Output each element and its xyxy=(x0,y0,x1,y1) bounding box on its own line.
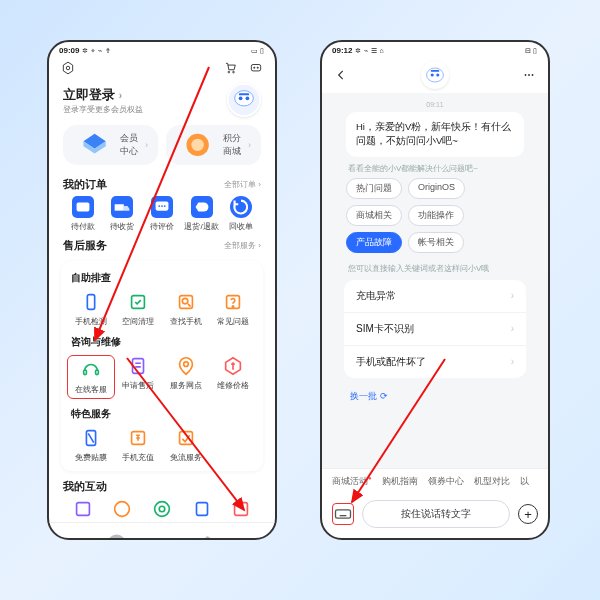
settings-icon[interactable] xyxy=(61,61,75,75)
svg-point-35 xyxy=(155,501,170,516)
svc-find-phone[interactable]: 查找手机 xyxy=(162,291,210,327)
svc-recharge[interactable]: 手机充值 xyxy=(115,427,163,463)
svg-point-49 xyxy=(528,74,530,76)
svg-point-36 xyxy=(159,506,165,512)
svc-location[interactable]: 服务网点 xyxy=(162,355,210,399)
status-bar: 09:09 ✲ ⌖ ⌁ ⇮ ▭ ▯ xyxy=(49,42,275,57)
svg-point-45 xyxy=(431,73,434,76)
refresh-link[interactable]: 换一批 ⟳ xyxy=(332,384,538,405)
btag-1[interactable]: 购机指南 xyxy=(382,475,418,488)
int-3[interactable] xyxy=(142,498,182,520)
svc-film[interactable]: 免费贴膜 xyxy=(67,427,115,463)
faq-2[interactable]: 手机或配件坏了› xyxy=(344,346,526,378)
cart-icon[interactable] xyxy=(223,61,237,75)
svg-point-9 xyxy=(239,96,243,100)
int-1[interactable] xyxy=(63,498,103,520)
svg-point-19 xyxy=(164,205,166,207)
svg-point-48 xyxy=(525,74,527,76)
chip-1[interactable]: OriginOS xyxy=(408,178,465,199)
svg-rect-38 xyxy=(235,502,248,515)
svg-point-50 xyxy=(532,74,534,76)
svg-point-18 xyxy=(161,205,163,207)
svg-rect-14 xyxy=(76,202,89,211)
points-pill[interactable]: 积分商城› xyxy=(166,125,261,165)
phone-right: 09:12 ✲ ⌁ ☰ ⌂ ⊟ ▯ 09:11 Hi，亲爱的V粉，新年快乐！有什… xyxy=(320,40,550,540)
bottom-tags: 商城活动● 购机指南 领券中心 机型对比 以 xyxy=(322,468,548,494)
order-ship[interactable]: 待收货 xyxy=(103,196,143,232)
svc-apply-after[interactable]: 申请售后 xyxy=(115,355,163,399)
chip-3[interactable]: 功能操作 xyxy=(408,205,464,226)
plus-icon[interactable]: + xyxy=(518,504,538,524)
svg-rect-4 xyxy=(251,65,260,71)
svg-point-5 xyxy=(254,67,255,68)
svg-point-25 xyxy=(233,306,234,307)
int-5[interactable] xyxy=(221,498,261,520)
orders-more[interactable]: 全部订单 › xyxy=(224,179,261,190)
svg-rect-51 xyxy=(336,510,351,518)
chip-4[interactable]: 产品故障 xyxy=(346,232,402,253)
order-recycle[interactable]: 回收单 xyxy=(221,196,261,232)
svg-point-2 xyxy=(228,71,230,73)
order-pay[interactable]: 待付款 xyxy=(63,196,103,232)
chip-2[interactable]: 商城相关 xyxy=(346,205,402,226)
status-bar: 09:12 ✲ ⌁ ☰ ⌂ ⊟ ▯ xyxy=(322,42,548,57)
timestamp: 09:11 xyxy=(332,101,538,108)
faq-1[interactable]: SIM卡不识别› xyxy=(344,313,526,346)
chip-0[interactable]: 热门问题 xyxy=(346,178,402,199)
svg-rect-28 xyxy=(133,358,144,373)
chip-5[interactable]: 帐号相关 xyxy=(408,232,464,253)
svg-point-1 xyxy=(66,66,70,70)
svc-free-data[interactable]: 免流服务 xyxy=(162,427,210,463)
int-4[interactable] xyxy=(182,498,222,520)
orders-title: 我的订单 xyxy=(63,177,107,192)
member-pill[interactable]: 会员中心› xyxy=(63,125,158,165)
svg-rect-32 xyxy=(179,431,192,444)
voice-input[interactable]: 按住说话转文字 xyxy=(362,500,510,528)
orders-section: 我的订单 全部订单 › 待付款 待收货 待评价 退货/退款 回收单 xyxy=(49,173,275,234)
faq-list: 充电异常› SIM卡不识别› 手机或配件坏了› xyxy=(344,280,526,378)
btag-2[interactable]: 领券中心 xyxy=(428,475,464,488)
svg-rect-15 xyxy=(115,204,124,210)
svg-point-6 xyxy=(257,67,258,68)
tab-1[interactable]: 逛逛 xyxy=(94,527,139,540)
svg-rect-47 xyxy=(431,70,439,72)
svg-point-29 xyxy=(183,362,188,367)
tab-2[interactable]: 社区 xyxy=(139,527,184,540)
order-review[interactable]: 待评价 xyxy=(142,196,182,232)
svg-rect-11 xyxy=(239,93,249,95)
svg-rect-26 xyxy=(83,370,86,375)
int-2[interactable] xyxy=(103,498,143,520)
svc-online-support[interactable]: 在线客服 xyxy=(67,355,115,399)
login-block[interactable]: 立即登录 › 登录享受更多会员权益 xyxy=(49,81,275,117)
message-icon[interactable] xyxy=(249,61,263,75)
svg-rect-37 xyxy=(196,502,207,515)
order-refund[interactable]: 退货/退款 xyxy=(182,196,222,232)
tab-0[interactable]: 推荐 xyxy=(49,527,94,540)
svc-repair-price[interactable]: 维修价格 xyxy=(210,355,258,399)
svc-cleanup[interactable]: 空间清理 xyxy=(115,291,163,327)
top-bar xyxy=(49,57,275,81)
btag-4[interactable]: 以 xyxy=(520,475,529,488)
btag-3[interactable]: 机型对比 xyxy=(474,475,510,488)
avatar[interactable] xyxy=(227,83,261,117)
svc-faq[interactable]: 常见问题 xyxy=(210,291,258,327)
tab-3[interactable]: 会员 xyxy=(185,527,230,540)
svg-point-3 xyxy=(233,71,235,73)
more-icon[interactable] xyxy=(522,68,536,82)
service-title: 售后服务 xyxy=(63,238,107,253)
svc-phone-check[interactable]: 手机检测 xyxy=(67,291,115,327)
svg-rect-27 xyxy=(95,370,98,375)
back-icon[interactable] xyxy=(334,68,348,82)
service-more[interactable]: 全部服务 › xyxy=(224,240,261,251)
btag-0[interactable]: 商城活动● xyxy=(332,475,372,488)
hint-1: 看看全能的小V都能解决什么问题吧~ xyxy=(348,163,522,174)
svg-point-46 xyxy=(436,73,439,76)
input-bar: 按住说话转文字 + xyxy=(322,494,548,538)
keyboard-icon[interactable] xyxy=(332,503,354,525)
bot-avatar xyxy=(421,61,449,89)
faq-0[interactable]: 充电异常› xyxy=(344,280,526,313)
svg-rect-33 xyxy=(76,502,89,515)
tab-4[interactable]: 我的 xyxy=(230,527,275,540)
service-card: 自助排查 手机检测 空间清理 查找手机 常见问题 咨询与维修 在线客服 申请售后… xyxy=(61,261,263,471)
tab-bar: 推荐 逛逛 社区 会员 我的 xyxy=(49,522,275,540)
